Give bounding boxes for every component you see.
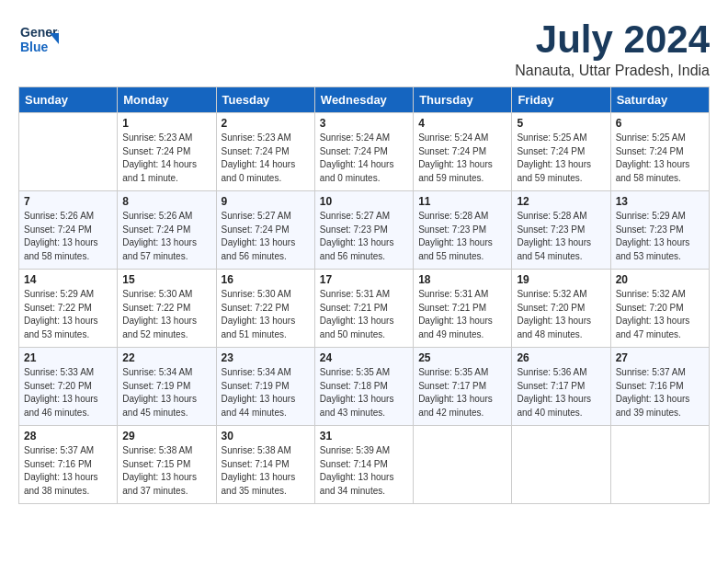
calendar-cell (610, 426, 709, 504)
logo: General Blue (18, 18, 63, 59)
header: General Blue July 2024 Nanauta, Uttar Pr… (18, 18, 710, 79)
day-info: Sunrise: 5:23 AMSunset: 7:24 PMDaylight:… (222, 132, 310, 185)
day-info: Sunrise: 5:31 AMSunset: 7:21 PMDaylight:… (418, 288, 506, 341)
day-number: 3 (320, 117, 408, 130)
day-info: Sunrise: 5:26 AMSunset: 7:24 PMDaylight:… (24, 210, 112, 263)
day-number: 24 (320, 351, 408, 364)
calendar-week-4: 21Sunrise: 5:33 AMSunset: 7:20 PMDayligh… (19, 348, 710, 426)
day-info: Sunrise: 5:34 AMSunset: 7:19 PMDaylight:… (222, 366, 310, 419)
calendar-cell: 24Sunrise: 5:35 AMSunset: 7:18 PMDayligh… (314, 348, 413, 426)
col-header-monday: Monday (118, 87, 216, 113)
day-info: Sunrise: 5:25 AMSunset: 7:24 PMDaylight:… (517, 132, 605, 185)
day-info: Sunrise: 5:33 AMSunset: 7:20 PMDaylight:… (24, 366, 112, 419)
calendar-cell: 5Sunrise: 5:25 AMSunset: 7:24 PMDaylight… (512, 113, 610, 191)
day-info: Sunrise: 5:28 AMSunset: 7:23 PMDaylight:… (517, 210, 605, 263)
calendar-cell: 3Sunrise: 5:24 AMSunset: 7:24 PMDaylight… (314, 113, 413, 191)
subtitle: Nanauta, Uttar Pradesh, India (515, 63, 710, 79)
calendar-cell: 19Sunrise: 5:32 AMSunset: 7:20 PMDayligh… (512, 270, 610, 348)
day-number: 7 (24, 195, 112, 208)
calendar-cell: 10Sunrise: 5:27 AMSunset: 7:23 PMDayligh… (314, 191, 413, 270)
day-info: Sunrise: 5:29 AMSunset: 7:22 PMDaylight:… (24, 288, 112, 341)
day-number: 19 (517, 273, 605, 286)
calendar-cell: 11Sunrise: 5:28 AMSunset: 7:23 PMDayligh… (414, 191, 512, 270)
day-number: 17 (320, 273, 408, 286)
col-header-tuesday: Tuesday (216, 87, 314, 113)
day-number: 8 (122, 195, 210, 208)
calendar-week-1: 1Sunrise: 5:23 AMSunset: 7:24 PMDaylight… (19, 113, 710, 191)
calendar-cell: 31Sunrise: 5:39 AMSunset: 7:14 PMDayligh… (314, 426, 413, 504)
day-info: Sunrise: 5:38 AMSunset: 7:15 PMDaylight:… (122, 444, 210, 498)
day-info: Sunrise: 5:32 AMSunset: 7:20 PMDaylight:… (517, 288, 605, 341)
day-number: 1 (122, 117, 210, 130)
day-number: 10 (320, 195, 408, 208)
day-info: Sunrise: 5:23 AMSunset: 7:24 PMDaylight:… (122, 132, 210, 185)
day-number: 6 (616, 117, 704, 130)
day-number: 20 (616, 273, 704, 286)
day-number: 29 (122, 430, 210, 442)
day-number: 22 (122, 351, 210, 364)
calendar-cell (19, 113, 118, 191)
day-number: 2 (222, 117, 310, 130)
calendar-cell: 7Sunrise: 5:26 AMSunset: 7:24 PMDaylight… (19, 191, 118, 270)
day-info: Sunrise: 5:27 AMSunset: 7:23 PMDaylight:… (320, 210, 408, 263)
svg-text:Blue: Blue (20, 40, 49, 54)
page-container: General Blue July 2024 Nanauta, Uttar Pr… (18, 18, 710, 504)
day-info: Sunrise: 5:24 AMSunset: 7:24 PMDaylight:… (418, 132, 506, 185)
col-header-saturday: Saturday (610, 87, 709, 113)
day-info: Sunrise: 5:28 AMSunset: 7:23 PMDaylight:… (418, 210, 506, 263)
day-number: 25 (418, 351, 506, 364)
calendar-cell: 16Sunrise: 5:30 AMSunset: 7:22 PMDayligh… (216, 270, 314, 348)
calendar-cell: 1Sunrise: 5:23 AMSunset: 7:24 PMDaylight… (118, 113, 216, 191)
svg-text:General: General (20, 25, 59, 40)
calendar-table: SundayMondayTuesdayWednesdayThursdayFrid… (18, 86, 710, 504)
day-info: Sunrise: 5:37 AMSunset: 7:16 PMDaylight:… (616, 366, 704, 419)
col-header-friday: Friday (512, 87, 610, 113)
day-info: Sunrise: 5:34 AMSunset: 7:19 PMDaylight:… (122, 366, 210, 419)
day-number: 14 (24, 273, 112, 286)
day-info: Sunrise: 5:30 AMSunset: 7:22 PMDaylight:… (122, 288, 210, 341)
day-info: Sunrise: 5:24 AMSunset: 7:24 PMDaylight:… (320, 132, 408, 185)
day-number: 13 (616, 195, 704, 208)
calendar-cell: 29Sunrise: 5:38 AMSunset: 7:15 PMDayligh… (118, 426, 216, 504)
calendar-week-5: 28Sunrise: 5:37 AMSunset: 7:16 PMDayligh… (19, 426, 710, 504)
calendar-week-3: 14Sunrise: 5:29 AMSunset: 7:22 PMDayligh… (19, 270, 710, 348)
day-number: 31 (320, 430, 408, 442)
calendar-cell (512, 426, 610, 504)
main-title: July 2024 (515, 18, 710, 61)
day-info: Sunrise: 5:31 AMSunset: 7:21 PMDaylight:… (320, 288, 408, 341)
calendar-cell: 21Sunrise: 5:33 AMSunset: 7:20 PMDayligh… (19, 348, 118, 426)
day-info: Sunrise: 5:30 AMSunset: 7:22 PMDaylight:… (222, 288, 310, 341)
calendar-cell: 25Sunrise: 5:35 AMSunset: 7:17 PMDayligh… (414, 348, 512, 426)
calendar-cell: 8Sunrise: 5:26 AMSunset: 7:24 PMDaylight… (118, 191, 216, 270)
calendar-cell: 22Sunrise: 5:34 AMSunset: 7:19 PMDayligh… (118, 348, 216, 426)
day-info: Sunrise: 5:36 AMSunset: 7:17 PMDaylight:… (517, 366, 605, 419)
calendar-cell: 20Sunrise: 5:32 AMSunset: 7:20 PMDayligh… (610, 270, 709, 348)
calendar-cell: 4Sunrise: 5:24 AMSunset: 7:24 PMDaylight… (414, 113, 512, 191)
day-info: Sunrise: 5:35 AMSunset: 7:18 PMDaylight:… (320, 366, 408, 419)
day-info: Sunrise: 5:32 AMSunset: 7:20 PMDaylight:… (616, 288, 704, 341)
col-header-thursday: Thursday (414, 87, 512, 113)
calendar-cell: 27Sunrise: 5:37 AMSunset: 7:16 PMDayligh… (610, 348, 709, 426)
calendar-cell: 6Sunrise: 5:25 AMSunset: 7:24 PMDaylight… (610, 113, 709, 191)
day-number: 4 (418, 117, 506, 130)
calendar-cell: 26Sunrise: 5:36 AMSunset: 7:17 PMDayligh… (512, 348, 610, 426)
day-number: 27 (616, 351, 704, 364)
col-header-sunday: Sunday (19, 87, 118, 113)
day-info: Sunrise: 5:35 AMSunset: 7:17 PMDaylight:… (418, 366, 506, 419)
calendar-cell: 17Sunrise: 5:31 AMSunset: 7:21 PMDayligh… (314, 270, 413, 348)
calendar-cell (414, 426, 512, 504)
calendar-cell: 18Sunrise: 5:31 AMSunset: 7:21 PMDayligh… (414, 270, 512, 348)
day-number: 26 (517, 351, 605, 364)
day-number: 23 (222, 351, 310, 364)
day-info: Sunrise: 5:39 AMSunset: 7:14 PMDaylight:… (320, 444, 408, 498)
calendar-cell: 14Sunrise: 5:29 AMSunset: 7:22 PMDayligh… (19, 270, 118, 348)
day-number: 28 (24, 430, 112, 442)
calendar-cell: 30Sunrise: 5:38 AMSunset: 7:14 PMDayligh… (216, 426, 314, 504)
day-number: 21 (24, 351, 112, 364)
calendar-cell: 23Sunrise: 5:34 AMSunset: 7:19 PMDayligh… (216, 348, 314, 426)
day-number: 9 (222, 195, 310, 208)
day-number: 16 (222, 273, 310, 286)
calendar-cell: 12Sunrise: 5:28 AMSunset: 7:23 PMDayligh… (512, 191, 610, 270)
header-row: SundayMondayTuesdayWednesdayThursdayFrid… (19, 87, 710, 113)
day-number: 12 (517, 195, 605, 208)
